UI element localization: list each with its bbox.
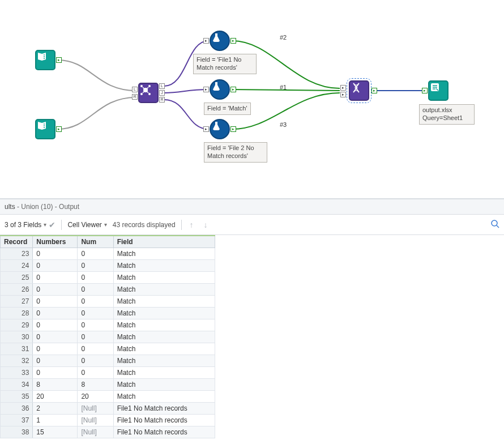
table-row[interactable]: 3488Match [1, 379, 215, 391]
cell-numbers: 8 [33, 379, 78, 391]
table-row[interactable]: 2800Match [1, 308, 215, 319]
port-join-l-in: L [132, 87, 138, 92]
cell-viewer-label: Cell Viewer [67, 221, 101, 229]
cell-field: Match [113, 343, 215, 355]
table-row[interactable]: 362[Null]File1 No Match records [1, 403, 215, 415]
cell-record: 33 [1, 367, 33, 379]
cell-numbers: 0 [33, 248, 78, 260]
cell-record: 31 [1, 343, 33, 355]
table-row[interactable]: 3000Match [1, 331, 215, 343]
wire-label-2: #2 [280, 34, 287, 41]
col-header-numbers[interactable]: Numbers [33, 236, 78, 248]
search-icon[interactable] [490, 219, 499, 230]
port-in: ▸ [203, 126, 209, 132]
cell-num: [Null] [78, 403, 113, 415]
cell-numbers: 0 [33, 284, 78, 296]
table-row[interactable]: 3200Match [1, 355, 215, 367]
book-icon [36, 51, 48, 62]
chevron-down-icon: ▾ [104, 221, 107, 228]
join-icon [139, 84, 152, 96]
input-tool-2[interactable] [35, 119, 55, 139]
table-row[interactable]: 2700Match [1, 296, 215, 308]
cell-num: 20 [78, 391, 113, 403]
annotation-mid: Field = 'Match' [204, 103, 251, 115]
cell-field: Match [113, 248, 215, 260]
col-header-record[interactable]: Record [1, 236, 33, 248]
cell-record: 29 [1, 319, 33, 331]
output-query: Query=Sheet1 [422, 114, 463, 121]
results-grid[interactable]: Record Numbers Num Field 2300Match2400Ma… [0, 235, 215, 438]
nav-up-button[interactable]: ↑ [187, 220, 196, 229]
svg-point-2 [44, 58, 45, 59]
table-row[interactable]: 2900Match [1, 319, 215, 331]
cell-numbers: 0 [33, 272, 78, 284]
cell-field: File1 No Match records [113, 415, 215, 426]
formula-tool-top[interactable] [210, 31, 230, 51]
output-annotation: output.xlsx Query=Sheet1 [419, 104, 475, 125]
port-in: ▸ [203, 87, 209, 92]
port-out: ▸ [371, 88, 377, 93]
cell-num: 8 [78, 379, 113, 391]
port-out: ▸ [230, 38, 236, 44]
table-row[interactable]: 2600Match [1, 284, 215, 296]
table-row[interactable]: 2400Match [1, 260, 215, 272]
cell-field: File1 No Match records [113, 426, 215, 438]
col-header-num[interactable]: Num [78, 236, 113, 248]
cell-num: 0 [78, 331, 113, 343]
cell-num: 0 [78, 355, 113, 367]
cell-record: 28 [1, 308, 33, 319]
workflow-canvas[interactable]: ▸ ▸ L R L J R ▸ ▸ ▸ ▸ ▸ ▸ ▸ ▸ ▸ ▸ #2 #1 … [0, 0, 504, 198]
fields-dropdown[interactable]: 3 of 3 Fields ▾ ✔ [5, 220, 55, 229]
cell-num: 0 [78, 272, 113, 284]
annotation-top: Field = 'File1 No Match records' [193, 54, 257, 74]
dna-icon [350, 82, 362, 94]
col-header-field[interactable]: Field [113, 236, 215, 248]
cell-num: 0 [78, 343, 113, 355]
cell-field: File1 No Match records [113, 403, 215, 415]
port-join-j-out: J [159, 90, 165, 96]
cell-field: Match [113, 391, 215, 403]
table-row[interactable]: 352020Match [1, 391, 215, 403]
flask-icon [211, 80, 222, 92]
results-grid-wrap[interactable]: Record Numbers Num Field 2300Match2400Ma… [0, 235, 504, 439]
port-out: ▸ [56, 126, 62, 132]
cell-numbers: 2 [33, 403, 78, 415]
cell-record: 37 [1, 415, 33, 426]
svg-point-3 [44, 123, 45, 125]
cell-field: Match [113, 284, 215, 296]
table-row[interactable]: 3300Match [1, 367, 215, 379]
cell-num: 0 [78, 284, 113, 296]
cell-field: Match [113, 331, 215, 343]
formula-tool-bot[interactable] [210, 119, 230, 139]
svg-line-14 [147, 91, 148, 93]
port-join-r-out: R [159, 97, 165, 103]
table-row[interactable]: 371[Null]File1 No Match records [1, 415, 215, 426]
records-count: 43 records displayed [113, 221, 176, 229]
svg-point-5 [44, 127, 45, 128]
cell-viewer-dropdown[interactable]: Cell Viewer ▾ [67, 221, 106, 229]
table-row[interactable]: 3815[Null]File1 No Match records [1, 426, 215, 438]
annotation-bot: Field = 'File 2 No Match records' [204, 142, 267, 163]
results-header: ults - Union (10) - Output [0, 198, 504, 215]
flask-icon [211, 120, 222, 131]
cell-record: 32 [1, 355, 33, 367]
nav-down-button[interactable]: ↓ [202, 220, 210, 229]
cell-numbers: 0 [33, 343, 78, 355]
table-row[interactable]: 3100Match [1, 343, 215, 355]
svg-point-4 [44, 125, 45, 126]
join-tool[interactable] [138, 83, 159, 103]
input-tool-1[interactable] [35, 50, 55, 70]
output-tool[interactable] [428, 80, 449, 101]
table-row[interactable]: 2300Match [1, 248, 215, 260]
table-row[interactable]: 2500Match [1, 272, 215, 284]
formula-tool-mid[interactable] [210, 79, 230, 100]
cell-num: 0 [78, 248, 113, 260]
union-tool[interactable] [349, 80, 369, 101]
svg-point-22 [492, 220, 497, 226]
cell-field: Match [113, 272, 215, 284]
cell-num: 0 [78, 308, 113, 319]
cell-numbers: 20 [33, 391, 78, 403]
book-icon [36, 120, 48, 131]
separator [181, 220, 182, 230]
svg-point-1 [44, 56, 45, 57]
